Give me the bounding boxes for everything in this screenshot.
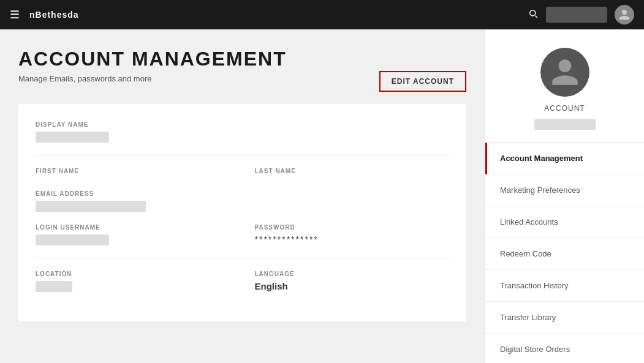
nav-right bbox=[528, 5, 634, 24]
main-content: Account Management Manage Emails, passwo… bbox=[0, 29, 485, 363]
email-group: EMAIL ADDRESS bbox=[36, 190, 449, 212]
display-name-row: DISPLAY NAME bbox=[36, 121, 449, 143]
account-form-card: DISPLAY NAME FIRST NAME LAST NAME EMAIL … bbox=[18, 104, 466, 321]
form-divider-2 bbox=[36, 258, 449, 258]
sidebar-item-transaction-history[interactable]: Transaction History bbox=[485, 270, 644, 302]
password-group: PASSWORD ************** bbox=[255, 224, 450, 245]
sidebar-item-digital-store-orders[interactable]: Digital Store Orders bbox=[485, 334, 644, 363]
language-value: English bbox=[255, 281, 450, 291]
sidebar-item-marketing-preferences[interactable]: Marketing Preferences bbox=[485, 174, 644, 206]
username-group: LOGIN USERNAME bbox=[36, 224, 230, 245]
sidebar-avatar bbox=[540, 48, 589, 97]
location-value bbox=[36, 281, 72, 292]
password-value: ************** bbox=[255, 234, 450, 244]
search-icon[interactable] bbox=[528, 8, 539, 22]
location-language-row: LOCATION LANGUAGE English bbox=[36, 271, 449, 292]
sidebar-account-label: ACCOUNT bbox=[544, 104, 585, 113]
location-group: LOCATION bbox=[36, 271, 230, 292]
display-name-group: DISPLAY NAME bbox=[36, 121, 449, 143]
email-value bbox=[36, 201, 146, 212]
display-name-value bbox=[36, 132, 109, 143]
display-name-label: DISPLAY NAME bbox=[36, 121, 449, 128]
email-label: EMAIL ADDRESS bbox=[36, 190, 449, 197]
credentials-row: LOGIN USERNAME PASSWORD ************** bbox=[36, 224, 449, 245]
sidebar-profile: ACCOUNT bbox=[485, 29, 644, 143]
name-row: FIRST NAME LAST NAME bbox=[36, 168, 449, 178]
sidebar-item-redeem-code[interactable]: Redeem Code bbox=[485, 238, 644, 270]
username-value bbox=[36, 234, 109, 245]
edit-account-button[interactable]: EDIT ACCOUNT bbox=[379, 71, 466, 92]
sidebar-nav: Account Management Marketing Preferences… bbox=[485, 143, 644, 363]
page-layout: Account Management Manage Emails, passwo… bbox=[0, 29, 644, 363]
sidebar-username-bar bbox=[534, 119, 596, 130]
language-label: LANGUAGE bbox=[255, 271, 450, 277]
first-name-group: FIRST NAME bbox=[36, 168, 230, 178]
page-title: Account Management bbox=[18, 48, 466, 70]
password-label: PASSWORD bbox=[255, 224, 450, 231]
top-navigation: ☰ nBethesda bbox=[0, 0, 644, 29]
language-group: LANGUAGE English bbox=[255, 271, 450, 292]
sidebar-item-linked-accounts[interactable]: Linked Accounts bbox=[485, 206, 644, 238]
search-input[interactable] bbox=[546, 7, 607, 23]
sidebar-item-account-management[interactable]: Account Management bbox=[485, 143, 644, 174]
last-name-label: LAST NAME bbox=[255, 168, 450, 174]
last-name-group: LAST NAME bbox=[255, 168, 450, 178]
username-label: LOGIN USERNAME bbox=[36, 224, 230, 231]
form-divider-1 bbox=[36, 155, 449, 155]
user-avatar-nav[interactable] bbox=[615, 5, 634, 24]
hamburger-icon[interactable]: ☰ bbox=[10, 8, 20, 21]
location-label: LOCATION bbox=[36, 271, 230, 277]
sidebar-item-transfer-library[interactable]: Transfer Library bbox=[485, 302, 644, 334]
site-logo[interactable]: nBethesda bbox=[29, 10, 79, 20]
sidebar: ACCOUNT Account Management Marketing Pre… bbox=[485, 29, 644, 363]
nav-left: ☰ nBethesda bbox=[10, 8, 79, 21]
first-name-label: FIRST NAME bbox=[36, 168, 230, 174]
email-row: EMAIL ADDRESS bbox=[36, 190, 449, 212]
